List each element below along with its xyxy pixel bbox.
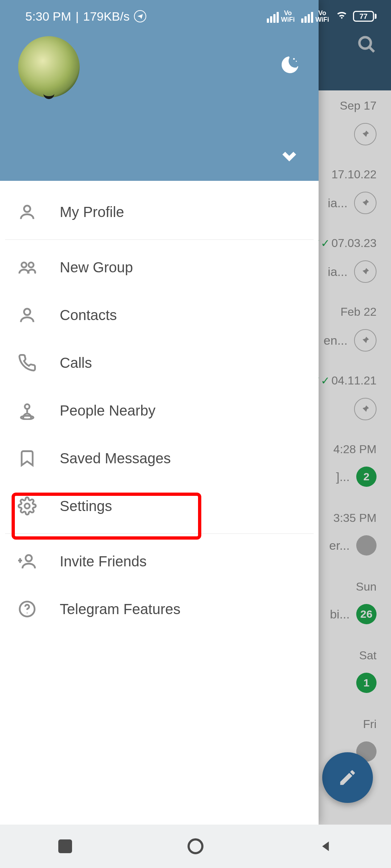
svg-point-6 <box>29 263 34 268</box>
telegram-send-icon <box>134 10 146 22</box>
nearby-icon <box>16 401 38 420</box>
phone-icon <box>16 353 38 372</box>
svg-point-8 <box>25 404 30 409</box>
profile-icon <box>16 203 38 221</box>
system-nav-bar <box>0 825 391 868</box>
menu-label: Telegram Features <box>60 601 180 617</box>
nav-back[interactable] <box>315 835 337 857</box>
status-separator: | <box>76 9 79 24</box>
battery-indicator: 77 <box>353 11 377 22</box>
menu-label: Contacts <box>60 307 117 323</box>
menu-calls[interactable]: Calls <box>0 339 319 387</box>
status-right: Vo WiFi Vo WiFi 77 <box>267 9 377 24</box>
menu-people-nearby[interactable]: People Nearby <box>0 387 319 434</box>
drawer-menu: My Profile New Group Contacts Calls <box>0 181 319 640</box>
svg-point-4 <box>24 206 30 212</box>
menu-label: Saved Messages <box>60 450 171 467</box>
svg-point-2 <box>293 58 295 60</box>
avatar[interactable] <box>18 36 80 98</box>
wifi-icon <box>336 9 348 24</box>
nav-home[interactable] <box>185 835 206 857</box>
svg-point-11 <box>26 555 32 561</box>
bookmark-icon <box>16 449 38 468</box>
signal-2: Vo WiFi <box>301 10 331 23</box>
help-icon <box>16 600 38 618</box>
svg-point-10 <box>25 503 30 509</box>
menu-label: Settings <box>60 498 112 514</box>
battery-pct: 77 <box>360 12 367 21</box>
menu-telegram-features[interactable]: Telegram Features <box>0 585 319 633</box>
status-left: 5:30 PM | 179KB/s <box>25 9 146 24</box>
menu-new-group[interactable]: New Group <box>0 243 319 291</box>
signal-1: Vo WiFi <box>267 10 296 23</box>
menu-my-profile[interactable]: My Profile <box>0 188 319 236</box>
night-mode-toggle[interactable] <box>278 54 300 78</box>
signal-bars-icon <box>267 12 279 23</box>
menu-saved-messages[interactable]: Saved Messages <box>0 434 319 482</box>
divider <box>5 533 314 534</box>
menu-label: People Nearby <box>60 403 156 419</box>
menu-label: New Group <box>60 259 133 276</box>
svg-point-15 <box>27 613 28 614</box>
menu-invite-friends[interactable]: Invite Friends <box>0 537 319 585</box>
svg-point-7 <box>24 309 30 315</box>
drawer-scrim[interactable] <box>319 0 391 825</box>
add-user-icon <box>16 552 38 571</box>
vowifi-label: Vo WiFi <box>315 10 329 23</box>
status-bar: 5:30 PM | 179KB/s Vo WiFi Vo WiFi 77 <box>0 0 391 33</box>
vowifi-label: Vo WiFi <box>281 10 295 23</box>
menu-label: My Profile <box>60 204 124 220</box>
gear-icon <box>16 497 38 515</box>
expand-accounts-toggle[interactable] <box>280 146 299 166</box>
menu-settings[interactable]: Settings <box>0 482 319 530</box>
navigation-drawer: My Profile New Group Contacts Calls <box>0 0 319 825</box>
status-time: 5:30 PM <box>25 9 71 24</box>
signal-bars-icon <box>301 12 313 23</box>
menu-label: Calls <box>60 355 92 371</box>
divider <box>5 239 314 240</box>
menu-label: Invite Friends <box>60 553 147 570</box>
menu-contacts[interactable]: Contacts <box>0 291 319 339</box>
nav-recents[interactable] <box>54 835 76 857</box>
group-icon <box>16 258 38 277</box>
status-net-speed: 179KB/s <box>83 9 130 24</box>
svg-point-5 <box>21 263 26 268</box>
contact-icon <box>16 306 38 324</box>
svg-point-3 <box>296 61 297 62</box>
